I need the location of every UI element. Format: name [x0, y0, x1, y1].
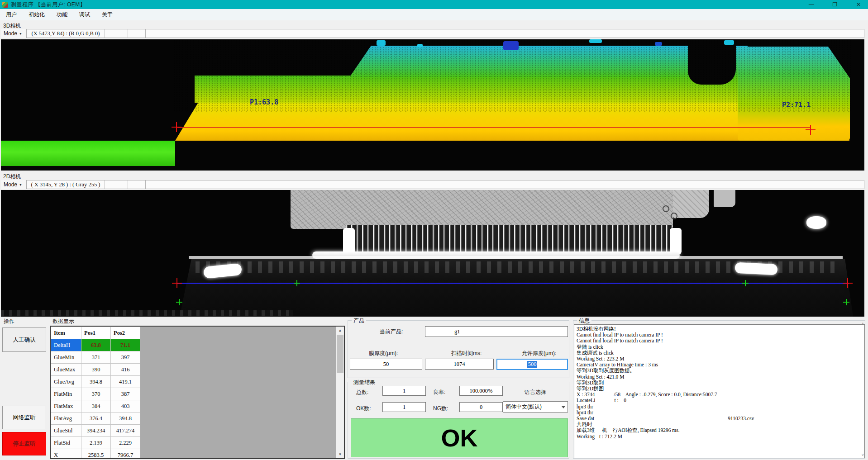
log-line: hpr4 thr: [577, 410, 862, 416]
results-groupbox: 测量结果 总数: 1 良率: 100.000% 语言选择 OK数: 1 NG数:…: [348, 382, 569, 459]
yield-label: 良率:: [433, 389, 445, 396]
close-button[interactable]: ✕: [853, 0, 864, 9]
film-thickness-label: 膜厚度(μm):: [369, 350, 398, 357]
bottom-panel: 操作 人工确认 网络监听 停止监听 数据显示 Item Pos1 Pos2 De…: [0, 317, 868, 460]
table-row[interactable]: FlatMin370387: [51, 388, 140, 400]
total-input[interactable]: 1: [382, 386, 426, 396]
fiducial-mark: [663, 205, 669, 212]
col-pos1: Pos1: [81, 327, 111, 339]
green-cross-marker: [176, 299, 182, 305]
speck: [589, 39, 602, 43]
log-line: Working Set : 223.2 M: [577, 356, 862, 362]
camera3d-pixel-readout: (X 5473,Y 84) : (R 0,G 0,B 0): [27, 29, 105, 38]
shine-strip-long: [189, 256, 843, 259]
table-row[interactable]: FlatStd2.1392.229: [51, 437, 140, 449]
network-listen-button[interactable]: 网络监听: [2, 406, 46, 429]
menu-item-3[interactable]: 调试: [76, 10, 93, 19]
allowed-thickness-input[interactable]: 500: [496, 359, 568, 370]
table-row[interactable]: GlueMax390416: [51, 364, 140, 376]
camera2d-view[interactable]: [1, 190, 864, 317]
scroll-up-icon[interactable]: ˄: [862, 322, 864, 326]
window-title: 测量程序 【当前用户: OEM】: [11, 1, 86, 9]
scan-time-input[interactable]: 1074: [425, 359, 494, 370]
log-line: 等到3D取到灰度图数据。: [577, 368, 862, 374]
minimize-button[interactable]: —: [806, 0, 817, 9]
restore-button[interactable]: ❐: [829, 0, 841, 9]
table-header-row: Item Pos1 Pos2: [51, 327, 140, 339]
ok-count-input[interactable]: 1: [382, 402, 426, 412]
yield-input[interactable]: 100.000%: [459, 386, 503, 396]
current-product-input[interactable]: g1: [425, 326, 568, 337]
table-row[interactable]: GlueAvg394.8419.1: [51, 376, 140, 388]
info-groupbox: 信息 3D相机没有网络!Cannot find local IP to matc…: [573, 320, 865, 459]
language-label: 语言选择: [525, 389, 546, 396]
application-window: 测量程序 【当前用户: OEM】 — ❐ ✕ 用户初始化功能调试关于 3D相机 …: [0, 0, 868, 460]
camera2d-mode-dropdown[interactable]: Mode ▼: [1, 180, 26, 189]
log-line: 集成调试 is click: [577, 350, 862, 356]
menu-item-4[interactable]: 关于: [99, 10, 115, 19]
menu-item-1[interactable]: 初始化: [26, 10, 48, 19]
table-row[interactable]: FlatAvg376.4394.8: [51, 413, 140, 425]
camera2d-section-label: 2D相机: [3, 173, 21, 180]
p2-measurement-label: P2:71.1: [782, 101, 811, 109]
scroll-down-icon[interactable]: ▼: [336, 451, 344, 458]
data-table-body: DeltaH63.871.1GlueMin371397GlueMax390416…: [51, 339, 140, 460]
camera3d-view[interactable]: P1:63.8 P2:71.1: [1, 39, 864, 171]
log-line: Save dat9110233.csv: [577, 416, 862, 422]
info-group-label: 信息: [577, 317, 591, 325]
stop-listen-button[interactable]: 停止监听: [2, 432, 46, 455]
camera2d-status-cell: [105, 180, 128, 189]
log-line: 共耗时: [577, 422, 862, 427]
measure-line-3d: [177, 127, 810, 128]
manual-confirm-button[interactable]: 人工确认: [2, 327, 46, 352]
log-line: 等到2D拼图: [577, 386, 862, 392]
fiducial-mark: [671, 213, 677, 219]
data-display-group-label: 数据显示: [52, 318, 74, 325]
scrollbar-thumb[interactable]: [337, 335, 343, 373]
table-row[interactable]: DeltaH63.871.1: [51, 339, 140, 351]
log-line: CameraIV array to HImage time : 3 ms: [577, 362, 862, 368]
chevron-down-icon: ▼: [19, 183, 22, 186]
ng-count-input[interactable]: 0: [459, 402, 503, 412]
glue-blob-right: [734, 262, 777, 275]
scroll-down-icon[interactable]: ˅: [862, 453, 864, 457]
log-line: Cannot find local IP to match camera IP …: [577, 332, 862, 338]
ok-count-label: OK数:: [356, 405, 371, 413]
log-line: 登陆 is click: [577, 344, 862, 350]
camera3d-mode-dropdown[interactable]: Mode ▼: [1, 29, 26, 38]
data-table-container: Item Pos1 Pos2 DeltaH63.871.1GlueMin3713…: [50, 326, 345, 459]
menu-item-0[interactable]: 用户: [3, 10, 19, 19]
camera3d-status-cell: [146, 29, 864, 38]
table-row[interactable]: FlatMax384403: [51, 400, 140, 413]
camera2d-status-cell: [146, 180, 864, 189]
connector-end-right: [670, 228, 682, 254]
col-item: Item: [51, 327, 81, 339]
menu-item-2[interactable]: 功能: [54, 10, 70, 19]
pcb-region: [291, 190, 673, 229]
data-table: Item Pos1 Pos2 DeltaH63.871.1GlueMin3713…: [51, 327, 140, 459]
table-scrollbar[interactable]: ▲ ▼: [336, 327, 344, 458]
chevron-down-icon: ▼: [19, 32, 22, 35]
product-group-label: 产品: [352, 317, 366, 325]
col-pos2: Pos2: [111, 327, 140, 339]
connector-end-left: [343, 228, 355, 254]
product-groupbox: 产品 当前产品: g1 膜厚度(μm): 扫描时间ms: 允许厚度(μm): 5…: [348, 320, 569, 378]
table-row[interactable]: X2583.57966.7: [51, 449, 140, 460]
table-row[interactable]: GlueStd394.234417.274: [51, 425, 140, 437]
camera3d-status-cell: [128, 29, 146, 38]
log-line: 等到3D取到: [577, 380, 862, 386]
measure-line-2d: [177, 283, 849, 284]
current-product-label: 当前产品:: [380, 328, 403, 336]
menu-bar: 用户初始化功能调试关于: [0, 9, 868, 20]
selected-text: 500: [527, 361, 538, 368]
bright-blob: [806, 216, 826, 229]
info-log[interactable]: 3D相机没有网络!Cannot find local IP to match c…: [574, 324, 865, 458]
scroll-up-icon[interactable]: ▲: [336, 327, 344, 334]
chevron-down-icon: [562, 406, 565, 408]
table-row[interactable]: GlueMin371397: [51, 351, 140, 364]
camera2d-pixel-readout: ( X 3145, Y 28 ) : ( Gray 255 ): [27, 180, 105, 189]
speck: [503, 41, 519, 50]
speck: [724, 40, 734, 45]
film-thickness-input[interactable]: 50: [350, 359, 422, 370]
language-select[interactable]: 简体中文(默认): [503, 401, 568, 413]
